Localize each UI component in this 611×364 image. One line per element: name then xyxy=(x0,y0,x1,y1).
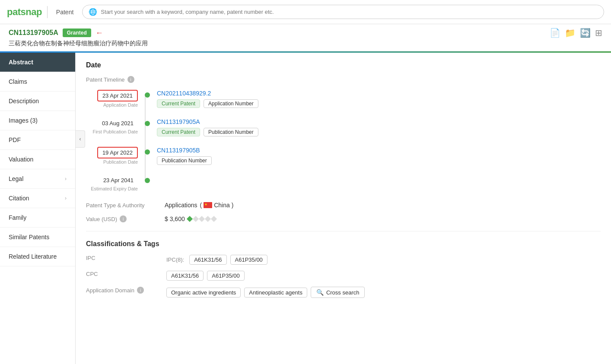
tag-publication-number-2: Publication Number xyxy=(204,128,258,136)
info-grid: Patent Type & Authority Applications ( C… xyxy=(86,202,601,222)
sidebar-item-valuation[interactable]: Valuation xyxy=(0,150,75,169)
timeline-item-3: 19 Apr 2022 Publication Date CN113197905… xyxy=(86,147,601,165)
timeline-date-box-1: 23 Apr 2021 xyxy=(97,90,138,101)
cpc-tags: A61K31/56 A61P35/00 xyxy=(166,271,245,281)
diamond-3 xyxy=(199,216,205,222)
timeline: 23 Apr 2021 Application Date CN202110438… xyxy=(86,90,601,191)
timeline-date-col-1: 23 Apr 2021 Application Date xyxy=(86,90,138,108)
sidebar-item-pdf[interactable]: PDF xyxy=(0,130,75,150)
classifications-title: Classifications & Tags xyxy=(86,240,601,248)
top-right-icons: 📄 📁 🔄 ⊞ xyxy=(550,28,602,38)
sidebar-item-description[interactable]: Description xyxy=(0,92,75,111)
sidebar-item-images[interactable]: Images (3) xyxy=(0,111,75,130)
window-icon[interactable]: ⊞ xyxy=(595,28,602,38)
cross-search-button[interactable]: 🔍 Cross search xyxy=(311,287,365,298)
timeline-tags-2: Current Patent Publication Number xyxy=(157,128,601,136)
sidebar-item-legal[interactable]: Legal › xyxy=(0,169,75,189)
timeline-date-col-2: 03 Aug 2021 First Publication Date xyxy=(86,118,138,134)
granted-badge: Granted xyxy=(63,28,91,37)
china-flag-icon xyxy=(204,202,212,208)
content-area: ‹ Date Patent Timeline i 23 Apr 2021 App… xyxy=(76,53,611,364)
patent-number: CN113197905A xyxy=(9,29,58,37)
domain-tag-2[interactable]: Antineoplastic agents xyxy=(244,288,307,298)
diamond-1 xyxy=(187,216,193,222)
chevron-right-icon: › xyxy=(65,176,67,182)
diamond-5 xyxy=(211,216,217,222)
patent-link-2[interactable]: CN113197905A xyxy=(157,118,200,125)
timeline-dot-1 xyxy=(145,92,150,98)
search-icon: 🔍 xyxy=(316,289,324,296)
main-layout: Abstract Claims Description Images (3) P… xyxy=(0,53,611,364)
value-diamonds xyxy=(188,217,216,221)
patent-nav[interactable]: Patent xyxy=(53,7,77,17)
ipc-row: IPC IPC(8): A61K31/56 A61P35/00 xyxy=(86,255,601,265)
timeline-date-label-4: Estimated Expiry Date xyxy=(86,186,138,191)
application-domain-label: Application Domain i xyxy=(86,287,159,294)
ipc-tag-1[interactable]: A61K31/56 xyxy=(189,255,226,265)
date-section-title: Date xyxy=(86,61,601,69)
cpc-row: CPC A61K31/56 A61P35/00 xyxy=(86,271,601,281)
header: patsnap Patent 🌐 xyxy=(0,0,611,24)
diamond-2 xyxy=(193,216,199,222)
timeline-date-label-1: Application Date xyxy=(86,102,138,108)
timeline-item-1: 23 Apr 2021 Application Date CN202110438… xyxy=(86,90,601,108)
patent-title: 三萜类化合物在制备神经母细胞瘤治疗药物中的应用 xyxy=(9,38,602,51)
application-domain-tags: Organic active ingredients Antineoplasti… xyxy=(166,287,365,298)
folder-icon[interactable]: 📁 xyxy=(565,28,576,38)
ipc-tag-2[interactable]: A61P35/00 xyxy=(230,255,267,265)
cpc-tag-1[interactable]: A61K31/56 xyxy=(166,271,204,281)
timeline-date-col-4: 23 Apr 2041 Estimated Expiry Date xyxy=(86,175,138,191)
patent-link-3[interactable]: CN113197905B xyxy=(157,147,200,154)
timeline-content-1: CN202110438929.2 Current Patent Applicat… xyxy=(157,90,601,108)
arrow-icon: ← xyxy=(95,28,103,38)
pdf-icon[interactable]: 📄 xyxy=(550,28,560,38)
timeline-date-label-2: First Publication Date xyxy=(86,129,138,134)
ipc-sublabel: IPC(8): xyxy=(166,256,184,263)
globe-icon: 🌐 xyxy=(89,8,97,16)
application-domain-row: Application Domain i Organic active ingr… xyxy=(86,287,601,298)
refresh-icon[interactable]: 🔄 xyxy=(580,28,591,38)
diamond-4 xyxy=(205,216,211,222)
sidebar-item-abstract[interactable]: Abstract xyxy=(0,53,75,72)
sidebar-item-citation[interactable]: Citation › xyxy=(0,189,75,208)
patent-timeline-label: Patent Timeline i xyxy=(86,76,601,83)
search-input[interactable] xyxy=(101,9,598,15)
timeline-date-col-3: 19 Apr 2022 Publication Date xyxy=(86,147,138,165)
sidebar: Abstract Claims Description Images (3) P… xyxy=(0,53,76,364)
value-info-icon[interactable]: i xyxy=(120,215,127,222)
sidebar-item-claims[interactable]: Claims xyxy=(0,72,75,92)
chevron-right-icon: › xyxy=(65,195,67,201)
timeline-dot-4 xyxy=(145,178,150,183)
info-icon[interactable]: i xyxy=(127,76,134,83)
timeline-date-label-3: Publication Date xyxy=(86,159,138,165)
search-bar: 🌐 xyxy=(82,5,604,19)
logo: patsnap xyxy=(7,6,42,18)
patent-title-bar: CN113197905A Granted ← 📄 📁 🔄 ⊞ xyxy=(9,28,602,38)
timeline-date-plain-2: 03 Aug 2021 xyxy=(98,118,138,128)
content-inner: Date Patent Timeline i 23 Apr 2021 Appli… xyxy=(76,53,611,313)
collapse-button[interactable]: ‹ xyxy=(76,130,85,148)
sidebar-item-similar-patents[interactable]: Similar Patents xyxy=(0,228,75,247)
tag-application-number: Application Number xyxy=(204,99,258,108)
timeline-date-box-3: 19 Apr 2022 xyxy=(97,147,138,158)
patent-link-1[interactable]: CN202110438929.2 xyxy=(157,90,211,97)
timeline-tags-3: Publication Number xyxy=(157,156,601,165)
patent-type-row: Patent Type & Authority Applications ( C… xyxy=(86,202,601,209)
timeline-dot-2 xyxy=(145,121,150,126)
sidebar-item-related-literature[interactable]: Related Literature xyxy=(0,247,75,266)
patent-type-value: Applications ( China) xyxy=(165,202,233,209)
timeline-content-3: CN113197905B Publication Number xyxy=(157,147,601,165)
domain-info-icon[interactable]: i xyxy=(137,287,144,294)
patent-type-label: Patent Type & Authority xyxy=(86,202,159,209)
domain-tag-1[interactable]: Organic active ingredients xyxy=(166,288,241,298)
ipc-tags: IPC(8): A61K31/56 A61P35/00 xyxy=(166,255,267,265)
header-divider xyxy=(47,6,48,18)
tag-publication-number-3: Publication Number xyxy=(157,156,212,165)
timeline-dot-3 xyxy=(145,149,150,155)
section-divider xyxy=(86,231,601,231)
sidebar-item-family[interactable]: Family xyxy=(0,208,75,228)
tag-current-patent-2: Current Patent xyxy=(157,128,200,136)
cpc-tag-2[interactable]: A61P35/00 xyxy=(207,271,244,281)
timeline-date-plain-4: 23 Apr 2041 xyxy=(99,175,138,185)
value-row: Value (USD) i $ 3,600 xyxy=(86,215,601,222)
